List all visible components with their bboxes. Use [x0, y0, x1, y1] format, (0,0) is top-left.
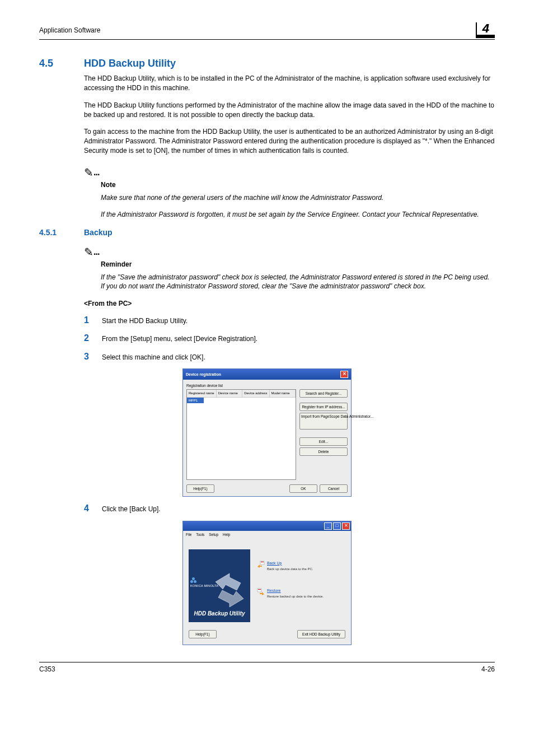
breadcrumb: Application Software — [39, 26, 100, 35]
svg-rect-2 — [260, 561, 264, 564]
note-block: ✎... Note Make sure that none of the gen… — [84, 164, 495, 220]
subsection-heading: 4.5.1 Backup — [39, 227, 495, 239]
svg-rect-4 — [257, 589, 261, 592]
restore-option: Restore Restore backed up data to the de… — [257, 588, 345, 599]
dialog-titlebar: Device registration ✕ — [183, 369, 351, 380]
import-button[interactable]: Import from PageScope Data Administrator… — [299, 413, 348, 430]
backup-link[interactable]: Back Up — [267, 561, 313, 566]
edit-button[interactable]: Edit... — [299, 437, 348, 446]
dots-icon: ... — [93, 167, 99, 177]
chapter-number: 4 — [476, 22, 495, 38]
reminder-label: Reminder — [101, 259, 495, 269]
cancel-button[interactable]: Cancel — [320, 484, 348, 493]
col-header[interactable]: Registered name — [187, 390, 217, 396]
note-text: If the Administrator Password is forgott… — [101, 210, 495, 220]
backup-option: Back Up Back up device data to the PC. — [257, 561, 345, 571]
menu-bar: File Tools Setup Help — [183, 531, 351, 538]
window-titlebar: _ □ ✕ — [183, 521, 351, 531]
menu-tools[interactable]: Tools — [196, 533, 204, 536]
close-icon[interactable]: ✕ — [340, 371, 348, 378]
svg-marker-0 — [216, 573, 241, 590]
menu-setup[interactable]: Setup — [209, 533, 218, 536]
step-number: 4 — [84, 502, 102, 515]
section-heading: 4.5 HDD Backup Utility — [39, 57, 495, 71]
col-header[interactable]: Device name — [217, 390, 242, 396]
list-item[interactable]: MFP1 — [187, 398, 204, 403]
restore-icon — [257, 588, 265, 596]
menu-help[interactable]: Help — [223, 533, 230, 536]
device-list[interactable]: Registered name Device name Device addre… — [186, 389, 296, 480]
backup-icon — [257, 561, 265, 568]
paragraph: To gain access to the machine from the H… — [84, 127, 495, 155]
step-text: Select this machine and click [OK]. — [102, 352, 205, 362]
note-text: Make sure that none of the general users… — [101, 193, 495, 203]
footer-right: 4-26 — [481, 665, 495, 674]
step-row: 3 Select this machine and click [OK]. — [84, 351, 495, 363]
from-pc-heading: <From the PC> — [84, 299, 495, 309]
utility-title: HDD Backup Utility — [189, 610, 250, 618]
exit-button[interactable]: Exit HDD Backup Utility — [297, 630, 345, 638]
help-button[interactable]: Help(F1) — [186, 484, 214, 493]
delete-button[interactable]: Delete — [299, 447, 348, 456]
svg-rect-3 — [261, 562, 264, 562]
dialog-title: Device registration — [186, 372, 221, 377]
search-register-button[interactable]: Search and Register... — [299, 389, 348, 398]
step-row: 1 Start the HDD Backup Utility. — [84, 314, 495, 326]
paragraph: The HDD Backup Utility functions perform… — [84, 101, 495, 120]
page-header: Application Software 4 — [39, 22, 495, 40]
footer-left: C353 — [39, 665, 55, 674]
section-title: HDD Backup Utility — [84, 57, 176, 71]
brand-logo-icon — [190, 577, 196, 583]
list-header: Registered name Device name Device addre… — [187, 390, 296, 397]
menu-file[interactable]: File — [186, 533, 191, 536]
paragraph: The HDD Backup Utility, which is to be i… — [84, 74, 495, 93]
subsection-title: Backup — [84, 227, 113, 239]
step-number: 2 — [84, 332, 102, 344]
step-text: From the [Setup] menu, select [Device Re… — [102, 333, 257, 344]
logo-panel: KONICA MINOLTA HDD Backup Utility — [189, 549, 250, 622]
reminder-text: If the "Save the administrator password"… — [101, 273, 495, 292]
col-header[interactable]: Model name — [270, 390, 296, 396]
minimize-icon[interactable]: _ — [324, 522, 332, 530]
pencil-icon: ✎ — [84, 166, 93, 179]
restore-link[interactable]: Restore — [267, 588, 324, 594]
step-row: 2 From the [Setup] menu, select [Device … — [84, 332, 495, 344]
backup-desc: Back up device data to the PC. — [267, 567, 313, 571]
page-footer: C353 4-26 — [39, 662, 495, 674]
hdd-backup-utility-window: _ □ ✕ File Tools Setup Help KONICA MINOL… — [182, 521, 352, 645]
note-label: Note — [101, 179, 495, 190]
reminder-block: ✎... Reminder If the "Save the administr… — [84, 243, 495, 291]
arrows-icon — [210, 571, 249, 610]
ok-button[interactable]: OK — [289, 484, 317, 493]
section-body: The HDD Backup Utility, which is to be i… — [84, 74, 495, 156]
pencil-icon: ✎ — [84, 246, 93, 258]
list-caption: Registration device list — [186, 383, 348, 388]
section-number: 4.5 — [39, 57, 84, 71]
step-text: Click the [Back Up]. — [102, 503, 161, 514]
subsection-number: 4.5.1 — [39, 227, 84, 239]
close-icon[interactable]: ✕ — [342, 522, 350, 530]
step-text: Start the HDD Backup Utility. — [102, 315, 188, 326]
step-row: 4 Click the [Back Up]. — [84, 502, 495, 515]
dots-icon: ... — [93, 247, 99, 256]
svg-marker-1 — [218, 590, 243, 607]
svg-rect-5 — [258, 589, 261, 590]
maximize-icon[interactable]: □ — [333, 522, 341, 530]
step-number: 1 — [84, 314, 102, 326]
col-header[interactable]: Device address — [242, 390, 269, 396]
device-registration-dialog: Device registration ✕ Registration devic… — [182, 368, 352, 497]
restore-desc: Restore backed up data to the device. — [267, 594, 324, 599]
step-number: 3 — [84, 351, 102, 363]
help-button[interactable]: Help(F1) — [189, 630, 217, 638]
register-ip-button[interactable]: Register from IP address... — [299, 403, 348, 411]
